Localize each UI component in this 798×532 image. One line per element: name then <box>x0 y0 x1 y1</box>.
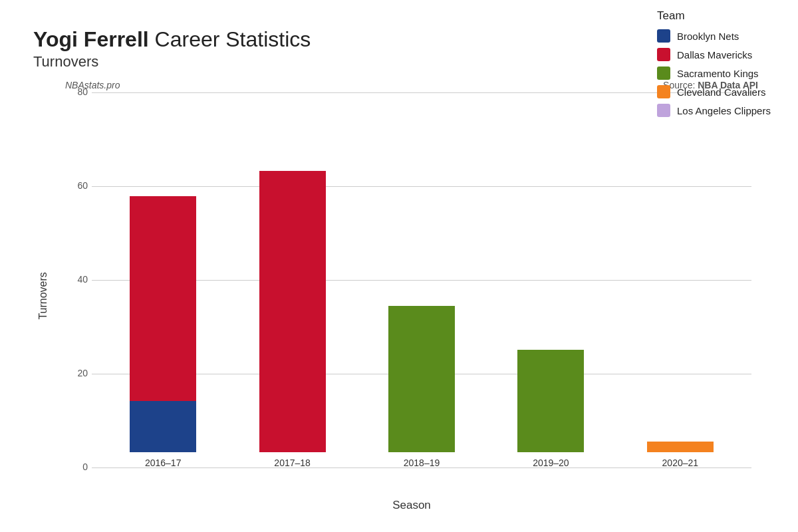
legend-item: Sacramento Kings <box>657 66 786 80</box>
legend-item: Cleveland Cavaliers <box>657 85 786 98</box>
x-tick-label: 2019–20 <box>533 458 569 468</box>
legend-title: Team <box>657 9 786 23</box>
page: Yogi Ferrell Career Statistics Turnovers… <box>0 0 798 532</box>
legend-color-box <box>657 48 670 61</box>
bar-group: 2016–17 <box>98 93 227 468</box>
legend-label: Dallas Mavericks <box>677 49 752 61</box>
y-tick-label: 20 <box>64 368 88 378</box>
chart-main: NBAstats.pro Source: NBA Data API 020406… <box>59 80 765 512</box>
x-axis-label: Season <box>59 499 765 512</box>
legend-color-box <box>657 29 670 43</box>
title-bold: Yogi Ferrell <box>33 27 149 51</box>
bar-stack <box>647 442 714 453</box>
bar-stack <box>130 196 196 452</box>
legend-label: Los Angeles Clippers <box>677 105 771 116</box>
legend-color-box <box>657 85 670 98</box>
bar-segment <box>259 171 326 453</box>
bar-stack <box>388 306 455 452</box>
y-tick-label: 60 <box>64 180 88 191</box>
legend-label: Sacramento Kings <box>677 68 759 79</box>
y-axis-label: Turnovers <box>33 80 53 512</box>
bar-segment <box>130 401 196 452</box>
legend-label: Cleveland Cavaliers <box>677 86 765 98</box>
x-tick-label: 2016–17 <box>145 458 182 468</box>
bar-group: 2017–18 <box>227 93 356 468</box>
chart-area: Turnovers NBAstats.pro Source: NBA Data … <box>33 80 765 512</box>
bar-segment <box>388 306 455 452</box>
bar-group: 2018–19 <box>357 93 486 468</box>
legend-item: Dallas Mavericks <box>657 48 786 61</box>
legend-label: Brooklyn Nets <box>677 31 739 42</box>
title-normal: Career Statistics <box>149 27 311 51</box>
bar-group: 2019–20 <box>486 93 615 468</box>
bar-segment <box>517 350 584 452</box>
legend-item: Los Angeles Clippers <box>657 104 786 117</box>
x-tick-label: 2017–18 <box>274 458 311 468</box>
x-tick-label: 2018–19 <box>404 458 440 468</box>
legend-color-box <box>657 66 670 80</box>
legend: Team Brooklyn NetsDallas MavericksSacram… <box>645 0 798 132</box>
legend-color-box <box>657 104 670 117</box>
y-tick-label: 40 <box>64 274 88 285</box>
x-tick-label: 2020–21 <box>662 458 699 468</box>
y-tick-label: 0 <box>64 462 88 472</box>
bar-segment <box>647 442 714 453</box>
bar-stack <box>259 171 326 453</box>
bars-container: 2016–172017–182018–192019–202020–21 <box>92 93 751 468</box>
bar-group: 2020–21 <box>616 93 745 468</box>
legend-items: Brooklyn NetsDallas MavericksSacramento … <box>657 29 786 117</box>
bar-segment <box>130 196 196 401</box>
legend-item: Brooklyn Nets <box>657 29 786 43</box>
y-tick-label: 80 <box>64 86 88 97</box>
bar-stack <box>517 350 584 452</box>
grid-and-bars: 020406080 2016–172017–182018–192019–2020… <box>59 93 765 495</box>
